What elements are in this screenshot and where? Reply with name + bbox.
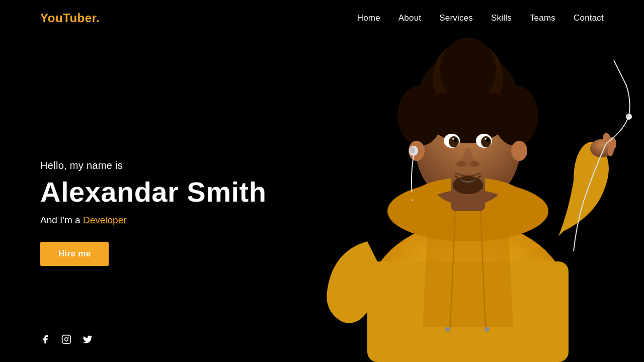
navbar: YouTuber. Home About Services Skills Tea… bbox=[0, 0, 644, 36]
greeting-text: Hello, my name is bbox=[40, 160, 266, 171]
svg-rect-36 bbox=[62, 335, 71, 344]
svg-point-27 bbox=[452, 138, 454, 140]
twitter-icon[interactable] bbox=[83, 334, 93, 347]
instagram-icon[interactable] bbox=[61, 334, 71, 347]
facebook-icon[interactable] bbox=[40, 334, 50, 347]
nav-contact[interactable]: Contact bbox=[574, 13, 604, 23]
hero-name: Alexandar Smith bbox=[40, 176, 266, 208]
svg-point-31 bbox=[453, 176, 483, 194]
nav-services[interactable]: Services bbox=[439, 13, 473, 23]
hero-image bbox=[302, 0, 634, 362]
nav-teams[interactable]: Teams bbox=[530, 13, 555, 23]
svg-point-34 bbox=[410, 147, 415, 153]
hire-me-button[interactable]: Hire me bbox=[40, 241, 109, 265]
role-link[interactable]: Developer bbox=[83, 214, 127, 225]
svg-point-38 bbox=[68, 336, 69, 337]
svg-point-30 bbox=[470, 161, 479, 167]
role-prefix: And I'm a bbox=[40, 214, 83, 225]
nav-skills[interactable]: Skills bbox=[491, 13, 512, 23]
hero-content: Hello, my name is Alexandar Smith And I'… bbox=[40, 160, 266, 266]
svg-point-12 bbox=[485, 327, 490, 332]
role-text: And I'm a Developer bbox=[40, 214, 266, 225]
nav-about[interactable]: About bbox=[398, 13, 421, 23]
hero-section: Hello, my name is Alexandar Smith And I'… bbox=[0, 0, 644, 362]
social-bar bbox=[40, 334, 93, 347]
logo[interactable]: YouTuber. bbox=[40, 11, 100, 25]
svg-point-28 bbox=[485, 138, 487, 140]
svg-point-8 bbox=[626, 114, 629, 117]
svg-point-35 bbox=[511, 141, 527, 161]
svg-point-37 bbox=[65, 338, 68, 341]
svg-point-29 bbox=[456, 161, 465, 167]
svg-point-11 bbox=[445, 327, 450, 332]
nav-links: Home About Services Skills Teams Contact bbox=[357, 13, 604, 23]
svg-point-20 bbox=[420, 90, 516, 126]
logo-text: YouTuber bbox=[40, 11, 96, 25]
logo-dot: . bbox=[96, 11, 100, 25]
nav-home[interactable]: Home bbox=[357, 13, 380, 23]
